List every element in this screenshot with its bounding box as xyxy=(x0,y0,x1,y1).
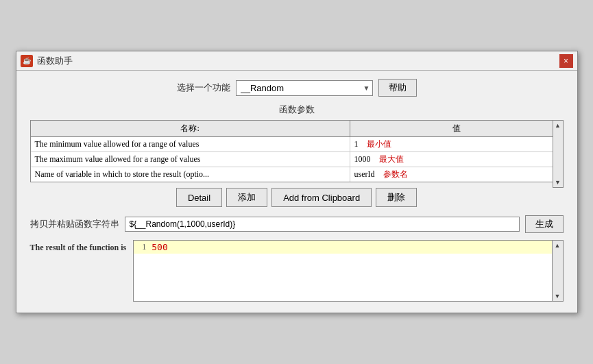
copy-label: 拷贝并粘贴函数字符串 xyxy=(30,218,119,230)
table-row[interactable]: The maximum value allowed for a range of… xyxy=(31,152,563,167)
params-table-wrap: 名称: 值 The minimum value allowed for a ra… xyxy=(30,120,564,182)
params-table-container: 名称: 值 The minimum value allowed for a ra… xyxy=(30,120,564,188)
param-name-0: The minimum value allowed for a range of… xyxy=(31,137,350,152)
result-label: The result of the function is xyxy=(30,240,127,253)
title-bar: ☕ 函数助手 × xyxy=(16,51,577,71)
add-from-clipboard-button[interactable]: Add from Clipboard xyxy=(271,188,372,207)
col-value-header: 值 xyxy=(350,121,562,137)
params-section-title: 函数参数 xyxy=(30,104,564,116)
param-annotation-2: 参数名 xyxy=(383,169,408,179)
result-scroll-down-icon[interactable]: ▼ xyxy=(553,291,563,301)
param-annotation-1: 最大值 xyxy=(379,154,404,164)
result-value: 500 xyxy=(152,242,167,252)
scroll-up-icon[interactable]: ▲ xyxy=(553,121,563,130)
result-editor: 1 500 ▲ ▼ xyxy=(133,240,563,302)
table-row[interactable]: The minimum value allowed for a range of… xyxy=(31,137,563,152)
delete-button[interactable]: 删除 xyxy=(376,188,417,207)
col-name-header: 名称: xyxy=(31,121,350,137)
line-number: 1 xyxy=(136,242,146,252)
param-name-2: Name of variable in which to store the r… xyxy=(31,167,350,182)
param-name-1: The maximum value allowed for a range of… xyxy=(31,152,350,167)
add-button[interactable]: 添加 xyxy=(226,188,267,207)
copy-input[interactable] xyxy=(125,217,520,232)
result-empty-area xyxy=(134,254,562,295)
copy-row: 拷贝并粘贴函数字符串 生成 xyxy=(30,215,564,233)
params-table: 名称: 值 The minimum value allowed for a ra… xyxy=(31,121,563,182)
generate-button[interactable]: 生成 xyxy=(525,215,564,233)
param-value-1: 1000 最大值 xyxy=(350,152,562,167)
close-button[interactable]: × xyxy=(559,54,573,68)
main-window: ☕ 函数助手 × 选择一个功能 __Random ▼ 帮助 函数参数 xyxy=(16,51,578,313)
content-area: 选择一个功能 __Random ▼ 帮助 函数参数 名称: 值 xyxy=(16,71,577,313)
select-wrap: __Random ▼ xyxy=(236,80,373,96)
function-select[interactable]: __Random xyxy=(236,80,373,96)
table-scrollbar[interactable]: ▲ ▼ xyxy=(553,120,564,188)
detail-button[interactable]: Detail xyxy=(176,188,222,207)
action-buttons: Detail 添加 Add from Clipboard 删除 xyxy=(30,188,564,207)
param-value-2: userId 参数名 xyxy=(350,167,562,182)
title-bar-left: ☕ 函数助手 xyxy=(21,55,73,67)
param-value-0: 1 最小值 xyxy=(350,137,562,152)
select-function-row: 选择一个功能 __Random ▼ 帮助 xyxy=(30,79,564,97)
window-title: 函数助手 xyxy=(37,55,73,67)
java-icon: ☕ xyxy=(21,55,33,67)
result-line: 1 500 xyxy=(134,241,562,254)
help-button[interactable]: 帮助 xyxy=(378,79,417,97)
table-row[interactable]: Name of variable in which to store the r… xyxy=(31,167,563,182)
result-scroll-up-icon[interactable]: ▲ xyxy=(553,241,563,250)
select-function-label: 选择一个功能 xyxy=(177,82,230,94)
param-annotation-0: 最小值 xyxy=(367,139,391,149)
scroll-down-icon[interactable]: ▼ xyxy=(553,178,563,187)
result-scrollbar[interactable]: ▲ ▼ xyxy=(552,241,563,301)
result-section: The result of the function is 1 500 ▲ ▼ xyxy=(30,240,564,302)
